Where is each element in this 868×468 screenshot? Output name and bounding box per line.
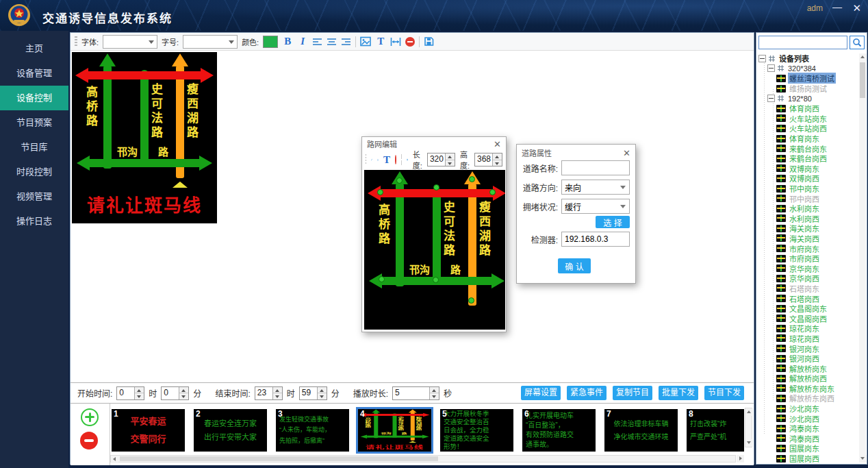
device-search-input[interactable]: [758, 36, 847, 49]
emergency-event-button[interactable]: 紧急事件: [567, 386, 607, 400]
playlist-item-8[interactable]: 8打击改装“炸严查严处“机: [687, 409, 744, 452]
tree-device-item[interactable]: 文昌阁岗东: [758, 304, 858, 314]
tree-device-item[interactable]: 京华岗西: [758, 273, 858, 284]
tree-device-item[interactable]: 沙北岗西: [758, 413, 858, 423]
minimize-button[interactable]: —: [832, 1, 842, 12]
program-send-button[interactable]: 节目下发: [704, 386, 744, 400]
playlist-horizontal-scrollbar[interactable]: [110, 455, 736, 463]
roadnet-dialog-titlebar[interactable]: 路网编辑 ✕: [362, 137, 506, 151]
start-hour-value[interactable]: 0: [117, 387, 134, 399]
tree-device-item[interactable]: 市府岗东: [758, 243, 858, 254]
spin-up-icon[interactable]: [430, 387, 439, 393]
spin-up-icon[interactable]: [446, 153, 455, 160]
spin-down-icon[interactable]: [135, 393, 144, 399]
tree-device-item[interactable]: 来鹤台岗东: [758, 143, 858, 153]
collapse-icon[interactable]: [758, 55, 766, 62]
end-minute-value[interactable]: 59: [300, 387, 317, 399]
scroll-up-icon[interactable]: [859, 53, 867, 61]
detector-input[interactable]: [561, 232, 630, 247]
length-value[interactable]: 320: [428, 153, 445, 166]
draw-line-icon[interactable]: [371, 155, 372, 164]
tree-device-item[interactable]: 银河岗西: [758, 354, 858, 364]
start-minute-spinner[interactable]: 0: [161, 386, 189, 400]
sidebar-item-program-library[interactable]: 节目库: [0, 135, 68, 160]
screen-settings-button[interactable]: 屏幕设置: [521, 386, 561, 400]
add-program-button[interactable]: [81, 408, 99, 426]
scrollbar-thumb[interactable]: [120, 456, 438, 461]
end-hour-spinner[interactable]: 23: [255, 386, 283, 400]
copy-program-button[interactable]: 复制节目: [613, 386, 652, 400]
tree-device-item[interactable]: 解放桥岗西: [758, 373, 858, 384]
tree-device-item[interactable]: 文昌阁岗西: [758, 313, 858, 323]
spin-up-icon[interactable]: [493, 153, 502, 160]
tree-device-item[interactable]: 京华岗东: [758, 263, 858, 273]
display-preview[interactable]: 高桥路史可法路瘦西湖路邗沟路请礼让斑马线: [72, 52, 217, 223]
fit-width-icon[interactable]: [390, 37, 401, 47]
congestion-select[interactable]: 缓行: [561, 199, 630, 214]
playlist-item-3[interactable]: 3发生轻微交通事故“人未伤，车能动，先拍照，后撤离”: [276, 409, 349, 452]
spin-down-icon[interactable]: [318, 393, 327, 399]
tree-device-item[interactable]: 鸿泰岗西: [758, 434, 858, 444]
length-spinner[interactable]: 320: [427, 153, 455, 167]
tree-device-item[interactable]: 市府岗西: [758, 254, 858, 264]
sidebar-item-video-manage[interactable]: 视频管理: [0, 184, 68, 209]
tree-device-item[interactable]: 火车站岗西: [758, 123, 858, 134]
toolbar-drag-handle[interactable]: [366, 154, 366, 165]
save-icon[interactable]: [424, 36, 434, 47]
scroll-up-icon[interactable]: [745, 408, 753, 416]
confirm-button[interactable]: 确 认: [558, 258, 591, 273]
tree-device-item[interactable]: 邗中岗东: [758, 184, 858, 194]
start-hour-spinner[interactable]: 0: [116, 386, 144, 400]
scroll-down-icon[interactable]: [745, 439, 753, 447]
tree-device-item[interactable]: 银河岗东: [758, 343, 858, 354]
scrollbar-thumb[interactable]: [860, 62, 865, 98]
spin-up-icon[interactable]: [273, 387, 282, 393]
insert-text-icon[interactable]: T: [375, 36, 386, 47]
playlist-item-2[interactable]: 2春运安全连万家出行平安带大家: [194, 409, 267, 452]
color-swatch[interactable]: [263, 36, 278, 48]
spin-down-icon[interactable]: [273, 393, 282, 399]
tree-device-item[interactable]: 螺丝湾桥测试: [758, 73, 858, 84]
collapse-icon[interactable]: [767, 64, 775, 72]
spin-down-icon[interactable]: [179, 393, 188, 399]
tree-device-item[interactable]: 体育岗西: [758, 103, 858, 114]
spin-down-icon[interactable]: [430, 393, 439, 399]
height-value[interactable]: 368: [475, 153, 492, 166]
playlist-vertical-scrollbar[interactable]: [745, 408, 752, 447]
tree-device-item[interactable]: 水利岗西: [758, 214, 858, 224]
tree-device-item[interactable]: 沙北岗东: [758, 404, 858, 414]
remove-program-button[interactable]: [80, 432, 98, 449]
spin-down-icon[interactable]: [446, 160, 455, 167]
playlist-item-5[interactable]: 5大力开展秋冬季交通安全整治百日会战，全力稳定道路交通安全形势！: [440, 409, 513, 452]
text-tool-icon[interactable]: T: [383, 154, 390, 166]
tree-device-item[interactable]: 火车站岗东: [758, 114, 858, 124]
tree-device-item[interactable]: 体育岗东: [758, 134, 858, 144]
tree-device-item[interactable]: 双博岗东: [758, 164, 858, 174]
end-minute-spinner[interactable]: 59: [299, 386, 327, 400]
spin-up-icon[interactable]: [179, 387, 188, 393]
tree-device-item[interactable]: 水利岗东: [758, 204, 858, 214]
playlist-item-4[interactable]: 4高桥路史可法路瘦西湖路邗沟路请礼让斑马线: [358, 409, 431, 452]
tree-group[interactable]: 320*384: [758, 64, 858, 74]
playlist-item-1[interactable]: 1平安春运交警同行: [112, 409, 185, 452]
end-hour-value[interactable]: 23: [255, 387, 272, 399]
road-properties-close-icon[interactable]: ✕: [623, 149, 630, 158]
tree-root[interactable]: 设备列表: [758, 53, 858, 64]
device-search-button[interactable]: [850, 36, 865, 49]
spin-up-icon[interactable]: [318, 387, 327, 393]
delete-road-icon[interactable]: [395, 155, 396, 164]
height-spinner[interactable]: 368: [474, 153, 502, 167]
playlist-item-7[interactable]: 7依法治理非标车辆净化城市交通环境: [604, 409, 678, 452]
tree-device-item[interactable]: 国展岗西: [758, 454, 858, 463]
playlist-item-6[interactable]: 6扎实开展电动车“百日整治”，有效预防道路交通事故。: [522, 409, 596, 452]
bold-button[interactable]: B: [282, 36, 293, 47]
tree-device-item[interactable]: 海关岗东: [758, 223, 858, 234]
sidebar-item-home[interactable]: 主页: [0, 36, 68, 61]
spin-down-icon[interactable]: [493, 160, 502, 167]
scroll-right-icon[interactable]: [737, 455, 744, 463]
tree-device-item[interactable]: 解放桥东岗西: [758, 393, 858, 404]
tree-device-item[interactable]: 维扬岗测试: [758, 84, 858, 94]
align-left-icon[interactable]: [312, 37, 322, 47]
toolbar-drag-handle[interactable]: [75, 36, 77, 47]
road-name-input[interactable]: [561, 160, 630, 175]
